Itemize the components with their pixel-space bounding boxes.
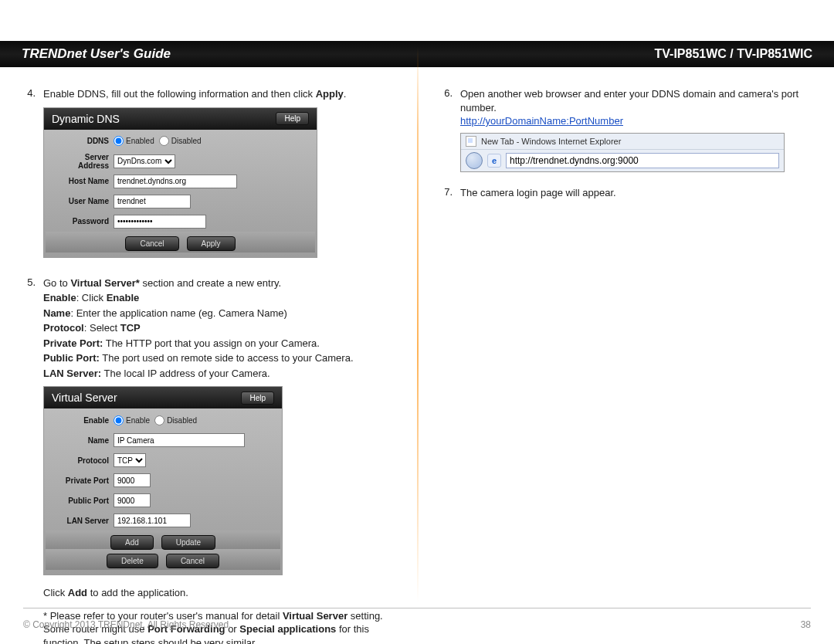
panel-title: Dynamic DNS (52, 113, 120, 125)
cancel-button[interactable]: Cancel (166, 554, 219, 568)
vs-enable-label: Enable (53, 416, 109, 425)
step4-text: Enable DDNS, fill out the following info… (43, 87, 395, 101)
nav-back-button[interactable] (466, 152, 483, 169)
host-input[interactable] (114, 175, 237, 188)
step-number: 4. (22, 87, 36, 269)
address-bar-input[interactable] (510, 155, 775, 166)
step5-intro: Go to Virtual Server* section and create… (43, 276, 395, 290)
page-header: TRENDnet User's Guide TV-IP851WC / TV-IP… (0, 41, 834, 67)
vs-disabled-radio[interactable]: Disabled (154, 415, 197, 425)
server-row-label: Server Address (53, 153, 109, 170)
click-add-line: Click Add to add the application. (43, 586, 395, 600)
step5-private-line: Private Port: The HTTP port that you ass… (43, 337, 395, 351)
vs-protocol-select[interactable]: TCP (114, 453, 146, 467)
step-number: 6. (439, 87, 453, 172)
vs-lan-input[interactable] (114, 514, 191, 527)
update-button[interactable]: Update (161, 535, 215, 550)
vs-public-input[interactable] (114, 493, 151, 507)
user-input[interactable] (114, 195, 191, 208)
vs-protocol-label: Protocol (53, 456, 109, 465)
step5-protocol-line: Protocol: Select TCP (43, 321, 395, 335)
host-row-label: Host Name (53, 177, 109, 185)
right-column: 6. Open another web browser and enter yo… (417, 73, 834, 598)
dynamic-dns-panel: Dynamic DNS Help DDNS Enabled Disabled (43, 107, 317, 258)
password-input[interactable] (114, 215, 206, 229)
page-number: 38 (801, 619, 811, 630)
step-number: 5. (22, 276, 36, 644)
server-select[interactable]: DynDns.com (114, 154, 175, 168)
virtual-server-panel: Virtual Server Help Enable Enable Disabl… (43, 386, 283, 575)
step5-name-line: Name: Enter the application name (eg. Ca… (43, 307, 395, 320)
step6-text: Open another web browser and enter your … (460, 87, 812, 114)
footer-separator (23, 608, 811, 609)
vs-private-label: Private Port (53, 476, 109, 485)
step5-enable-line: Enable: Click Enable (43, 291, 395, 305)
pw-row-label: Password (53, 217, 109, 225)
vs-lan-label: LAN Server (53, 517, 109, 525)
step-number: 7. (439, 186, 453, 200)
new-tab-icon (466, 136, 476, 147)
vs-enable-radio[interactable]: Enable (114, 415, 150, 425)
ddns-row-label: DDNS (53, 137, 109, 145)
step5-lan-line: LAN Server: The local IP address of your… (43, 367, 395, 381)
vs-private-input[interactable] (114, 473, 151, 487)
apply-button[interactable]: Apply (187, 236, 236, 251)
left-column: 4. Enable DDNS, fill out the following i… (0, 73, 417, 598)
guide-title: TRENDnet User's Guide (22, 46, 171, 62)
help-button[interactable]: Help (241, 391, 274, 405)
vs-name-input[interactable] (114, 433, 245, 447)
delete-button[interactable]: Delete (107, 554, 158, 568)
vs-name-label: Name (53, 436, 109, 445)
ie-icon: e (487, 154, 501, 168)
panel-title: Virtual Server (52, 391, 117, 404)
model-title: TV-IP851WC / TV-IP851WIC (655, 47, 813, 61)
browser-mock: New Tab - Windows Internet Explorer e (460, 133, 785, 172)
vs-public-label: Public Port (53, 497, 109, 505)
user-row-label: User Name (53, 197, 109, 205)
step7-text: The camera login page will appear. (460, 186, 812, 200)
ddns-enabled-radio[interactable]: Enabled (114, 136, 154, 146)
page-footer: © Copyright 2013 TRENDnet. All Rights Re… (23, 619, 811, 630)
add-button[interactable]: Add (110, 535, 154, 550)
ddns-disabled-radio[interactable]: Disabled (159, 136, 202, 146)
page-body: 4. Enable DDNS, fill out the following i… (0, 73, 834, 598)
cancel-button[interactable]: Cancel (125, 236, 178, 251)
browser-window-title: New Tab - Windows Internet Explorer (481, 137, 621, 146)
step5-public-line: Public Port: The port used on remote sid… (43, 351, 395, 365)
example-url-link[interactable]: http://yourDomainName:PortNumber (460, 115, 623, 127)
copyright-text: © Copyright 2013 TRENDnet. All Rights Re… (23, 619, 231, 630)
help-button[interactable]: Help (276, 112, 309, 125)
